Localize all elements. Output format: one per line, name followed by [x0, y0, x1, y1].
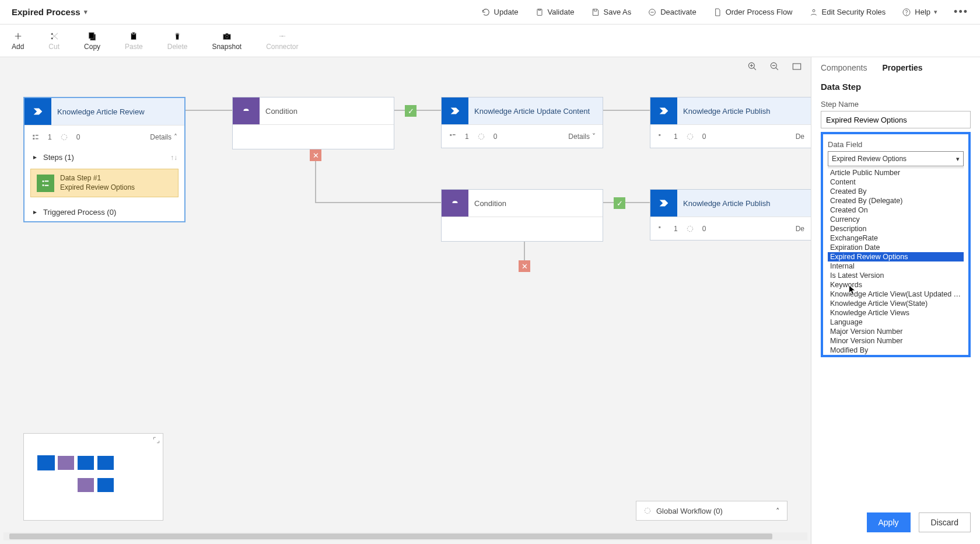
data-step-title: Data Step #1	[60, 174, 135, 183]
apply-button[interactable]: Apply	[867, 512, 911, 532]
svg-rect-16	[33, 134, 34, 136]
chevron-down-icon: ▾	[934, 8, 937, 16]
sort-icon[interactable]: ↑↓	[170, 154, 177, 162]
svg-point-31	[687, 226, 692, 231]
delete-button[interactable]: Delete	[167, 31, 188, 51]
panel-heading: Data Step	[821, 82, 971, 92]
connector-icon	[277, 31, 288, 41]
steps-header[interactable]: Steps (1) ↑↓	[24, 148, 184, 166]
listbox-option[interactable]: Description	[828, 224, 964, 233]
svg-rect-24	[45, 184, 49, 186]
listbox-option[interactable]: Currency	[828, 215, 964, 224]
tab-properties[interactable]: Properties	[882, 63, 922, 72]
details-toggle[interactable]: De	[796, 132, 804, 141]
person-icon	[809, 8, 818, 17]
condition-node-1[interactable]: Condition	[232, 97, 394, 149]
stage-icon	[442, 97, 468, 124]
stage-node-publish-2[interactable]: Knowledge Article Publish 1 0 De	[650, 189, 811, 240]
listbox-option[interactable]: Knowledge Article View(Last Updated Time…	[828, 290, 964, 299]
deactivate-icon	[648, 8, 657, 17]
horizontal-scrollbar[interactable]	[4, 532, 807, 540]
step-name-label: Step Name	[821, 100, 971, 109]
listbox-option[interactable]: Expiration Date	[828, 243, 964, 252]
steps-icon	[657, 225, 666, 233]
document-icon	[713, 8, 722, 17]
check-icon: ✓	[405, 105, 416, 117]
svg-rect-21	[43, 180, 44, 182]
save-icon	[591, 8, 600, 17]
listbox-option[interactable]: Article Public Number	[828, 168, 964, 177]
expand-icon[interactable]	[152, 436, 160, 444]
process-icon	[686, 225, 694, 233]
condition-node-2[interactable]: Condition	[441, 189, 603, 242]
svg-rect-28	[659, 134, 660, 135]
help-icon	[902, 8, 911, 17]
update-button[interactable]: Update	[481, 8, 519, 17]
add-button[interactable]: Add	[12, 31, 24, 51]
listbox-option[interactable]: Language	[828, 318, 964, 327]
copy-button[interactable]: Copy	[84, 31, 100, 51]
listbox-option[interactable]: ExchangeRate	[828, 233, 964, 243]
process-icon	[643, 507, 652, 515]
svg-rect-25	[450, 134, 452, 135]
listbox-option[interactable]: Internal	[828, 261, 964, 271]
listbox-option[interactable]: Major Version Number	[828, 327, 964, 336]
data-field-listbox[interactable]: Article Public NumberContentCreated ByCr…	[828, 168, 964, 355]
global-workflow-label: Global Workflow (0)	[656, 507, 723, 515]
update-label: Update	[494, 8, 519, 16]
stage-node-publish-1[interactable]: Knowledge Article Publish 1 0 De	[650, 97, 811, 148]
triggered-header[interactable]: Triggered Process (0)	[24, 203, 184, 221]
copy-icon	[87, 31, 97, 41]
top-actions: Update Validate Save As Deactivate Order…	[481, 6, 968, 18]
process-icon	[477, 132, 485, 141]
validate-label: Validate	[548, 8, 575, 16]
data-field-group: Data Field Expired Review Options Articl…	[821, 132, 971, 357]
data-step-icon	[37, 175, 54, 192]
scissors-icon	[49, 31, 60, 41]
node-title: Knowledge Article Update Content	[468, 97, 603, 124]
listbox-option[interactable]: Content	[828, 177, 964, 187]
snapshot-button[interactable]: Snapshot	[212, 31, 242, 51]
global-workflow-bar[interactable]: Global Workflow (0) ˄	[636, 501, 788, 521]
svg-rect-26	[453, 134, 456, 135]
chevron-up-icon: ˄	[776, 507, 780, 515]
help-button[interactable]: Help ▾	[902, 8, 937, 17]
svg-point-32	[645, 508, 650, 513]
triangle-icon	[32, 154, 38, 161]
orderflow-button[interactable]: Order Process Flow	[713, 8, 793, 17]
process-title[interactable]: Expired Process ▾	[12, 7, 88, 17]
details-toggle[interactable]: Details ˄	[150, 133, 177, 141]
listbox-option[interactable]: Created On	[828, 205, 964, 215]
listbox-option[interactable]: Expired Review Options	[828, 252, 964, 261]
step-name-input[interactable]	[821, 111, 971, 128]
minimap[interactable]	[23, 433, 163, 521]
editsecurity-button[interactable]: Edit Security Roles	[809, 8, 886, 17]
deactivate-button[interactable]: Deactivate	[648, 8, 696, 17]
svg-point-6	[51, 33, 52, 34]
discard-button[interactable]: Discard	[919, 512, 971, 532]
tab-components[interactable]: Components	[821, 63, 867, 72]
top-bar: Expired Process ▾ Update Validate Save A…	[0, 0, 980, 25]
canvas[interactable]: ✓ ✕ ✓ ✕ Knowledge Article Review 1 0 Det…	[0, 57, 811, 544]
listbox-option[interactable]: Knowledge Article Views	[828, 308, 964, 318]
connector-button[interactable]: Connector	[266, 31, 298, 51]
listbox-option[interactable]: Knowledge Article View(State)	[828, 299, 964, 308]
listbox-option[interactable]: Is Latest Version	[828, 271, 964, 280]
cut-button[interactable]: Cut	[48, 31, 60, 51]
stage-node-update[interactable]: Knowledge Article Update Content 1 0 Det…	[441, 97, 603, 148]
details-toggle[interactable]: Details ˅	[568, 132, 596, 141]
stage-node-review[interactable]: Knowledge Article Review 1 0 Details ˄	[23, 97, 186, 149]
listbox-option[interactable]: Created By (Delegate)	[828, 196, 964, 205]
listbox-option[interactable]: Keywords	[828, 280, 964, 290]
more-button[interactable]: •••	[954, 6, 968, 18]
listbox-option[interactable]: Modified By	[828, 346, 964, 355]
validate-button[interactable]: Validate	[535, 8, 575, 17]
listbox-option[interactable]: Minor Version Number	[828, 336, 964, 346]
chevron-up-icon: ˄	[174, 133, 177, 141]
paste-button[interactable]: Paste	[125, 31, 143, 51]
listbox-option[interactable]: Created By	[828, 187, 964, 196]
details-toggle[interactable]: De	[796, 225, 804, 233]
data-field-select[interactable]: Expired Review Options	[828, 151, 964, 166]
data-step-item[interactable]: Data Step #1 Expired Review Options	[30, 169, 178, 197]
saveas-button[interactable]: Save As	[591, 8, 632, 17]
